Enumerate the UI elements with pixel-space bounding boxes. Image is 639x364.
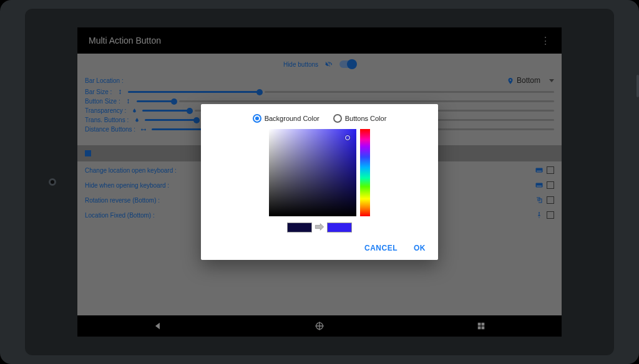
color-picker-dialog: Background Color Buttons Color [201,104,438,260]
hue-strip-container [360,129,370,216]
buttons-color-radio[interactable]: Buttons Color [333,114,387,123]
dialog-scrim[interactable]: Background Color Buttons Color [77,27,562,337]
cancel-button[interactable]: CANCEL [364,244,398,252]
saturation-value-box[interactable] [269,129,356,216]
tablet-camera [49,178,56,186]
new-color-swatch [327,223,352,232]
swatch-row [211,223,428,232]
color-radio-group: Background Color Buttons Color [211,114,428,123]
sv-cursor[interactable] [345,135,350,140]
arrow-right-icon [315,223,324,232]
background-color-radio-label: Background Color [265,115,320,122]
tablet-bezel: Multi Action Button ⋮ Hide buttons Bar L… [0,0,639,364]
old-color-swatch [287,223,312,232]
dialog-actions: CANCEL OK [211,239,428,254]
buttons-color-radio-label: Buttons Color [345,115,387,122]
hue-strip[interactable] [360,129,370,216]
background-color-radio[interactable]: Background Color [253,114,320,123]
ok-button[interactable]: OK [414,244,426,252]
tablet-power-button [637,75,639,97]
picker-area [211,129,428,216]
screen: Multi Action Button ⋮ Hide buttons Bar L… [77,27,562,337]
